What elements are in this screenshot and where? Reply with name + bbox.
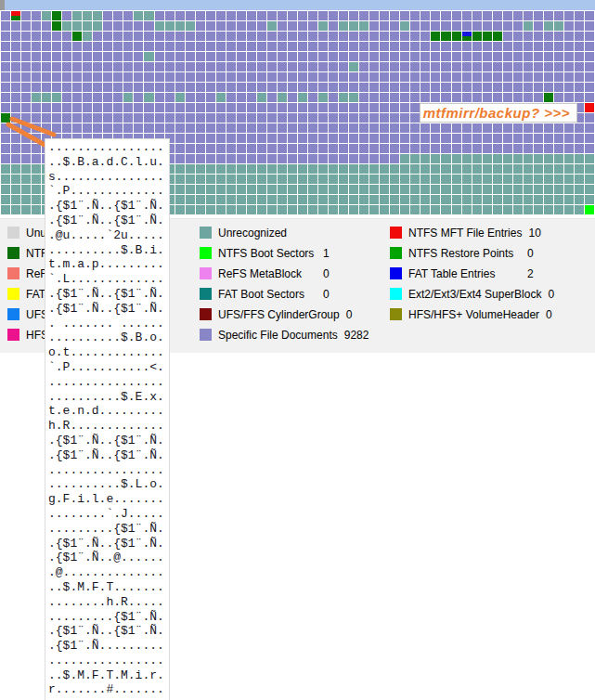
block-cell[interactable]	[369, 62, 379, 71]
block-cell[interactable]	[298, 205, 307, 214]
block-cell[interactable]	[575, 42, 584, 51]
block-cell[interactable]	[564, 42, 574, 51]
block-cell[interactable]	[339, 42, 348, 51]
block-cell[interactable]	[493, 21, 502, 31]
block-cell[interactable]	[339, 103, 348, 112]
block-cell[interactable]	[308, 52, 317, 61]
block-cell[interactable]	[544, 195, 553, 204]
block-cell[interactable]	[278, 144, 287, 153]
block-cell[interactable]	[216, 154, 226, 163]
block-cell[interactable]	[103, 83, 112, 92]
block-cell[interactable]	[226, 83, 236, 92]
block-cell[interactable]	[21, 195, 31, 204]
block-cell[interactable]	[544, 42, 553, 51]
block-cell[interactable]	[216, 11, 226, 20]
block-cell[interactable]	[339, 195, 348, 204]
block-cell[interactable]	[318, 134, 328, 143]
block-cell[interactable]	[339, 32, 348, 41]
block-cell[interactable]	[103, 11, 112, 20]
block-cell[interactable]	[318, 164, 328, 174]
block-cell[interactable]	[21, 164, 31, 174]
block-cell[interactable]	[400, 205, 409, 214]
block-cell[interactable]	[247, 113, 256, 123]
block-cell[interactable]	[237, 52, 246, 61]
block-cell[interactable]	[226, 164, 236, 174]
block-cell[interactable]	[441, 195, 450, 204]
block-cell[interactable]	[380, 205, 389, 214]
block-cell[interactable]	[318, 205, 328, 214]
block-cell[interactable]	[369, 205, 379, 214]
block-cell[interactable]	[441, 123, 450, 133]
block-cell[interactable]	[123, 123, 133, 133]
block-cell[interactable]	[52, 21, 61, 31]
block-cell[interactable]	[247, 134, 256, 143]
block-cell[interactable]	[452, 144, 461, 153]
block-cell[interactable]	[216, 164, 226, 174]
block-cell[interactable]	[278, 21, 287, 31]
block-cell[interactable]	[410, 185, 420, 194]
block-cell[interactable]	[237, 185, 246, 194]
block-cell[interactable]	[237, 32, 246, 41]
block-cell[interactable]	[524, 144, 533, 153]
block-cell[interactable]	[278, 32, 287, 41]
block-cell[interactable]	[103, 103, 112, 112]
block-cell[interactable]	[237, 205, 246, 214]
block-cell[interactable]	[52, 62, 61, 71]
block-cell[interactable]	[144, 83, 153, 92]
block-cell[interactable]	[72, 93, 82, 102]
block-cell[interactable]	[524, 134, 533, 143]
block-cell[interactable]	[359, 93, 369, 102]
block-cell[interactable]	[318, 185, 328, 194]
block-cell[interactable]	[503, 11, 512, 20]
block-cell[interactable]	[175, 144, 185, 153]
block-cell[interactable]	[493, 175, 502, 184]
block-cell[interactable]	[11, 52, 20, 61]
block-cell[interactable]	[400, 52, 409, 61]
block-cell[interactable]	[380, 83, 389, 92]
block-cell[interactable]	[196, 175, 205, 184]
block-cell[interactable]	[226, 113, 236, 123]
block-cell[interactable]	[226, 11, 236, 20]
block-cell[interactable]	[52, 93, 61, 102]
block-cell[interactable]	[410, 144, 420, 153]
block-cell[interactable]	[534, 205, 543, 214]
block-cell[interactable]	[390, 62, 399, 71]
block-cell[interactable]	[196, 134, 205, 143]
block-cell[interactable]	[226, 123, 236, 133]
block-cell[interactable]	[186, 42, 195, 51]
block-cell[interactable]	[288, 42, 297, 51]
block-cell[interactable]	[462, 154, 472, 163]
block-cell[interactable]	[196, 113, 205, 123]
block-cell[interactable]	[298, 164, 307, 174]
block-cell[interactable]	[52, 11, 61, 20]
block-cell[interactable]	[123, 11, 133, 20]
block-cell[interactable]	[349, 144, 358, 153]
block-cell[interactable]	[462, 93, 472, 102]
block-cell[interactable]	[483, 195, 492, 204]
block-cell[interactable]	[431, 11, 440, 20]
block-cell[interactable]	[369, 134, 379, 143]
block-cell[interactable]	[42, 32, 51, 41]
block-cell[interactable]	[585, 72, 594, 82]
block-cell[interactable]	[186, 52, 195, 61]
block-cell[interactable]	[72, 52, 82, 61]
block-cell[interactable]	[226, 134, 236, 143]
block-cell[interactable]	[420, 32, 430, 41]
block-cell[interactable]	[206, 72, 215, 82]
block-cell[interactable]	[186, 134, 195, 143]
block-cell[interactable]	[534, 164, 543, 174]
block-cell[interactable]	[503, 134, 512, 143]
block-cell[interactable]	[298, 11, 307, 20]
block-cell[interactable]	[483, 52, 492, 61]
block-cell[interactable]	[493, 134, 502, 143]
block-cell[interactable]	[524, 175, 533, 184]
block-cell[interactable]	[585, 164, 594, 174]
block-cell[interactable]	[175, 154, 185, 163]
block-cell[interactable]	[237, 103, 246, 112]
block-cell[interactable]	[339, 21, 348, 31]
block-cell[interactable]	[349, 195, 358, 204]
block-cell[interactable]	[410, 134, 420, 143]
block-cell[interactable]	[308, 103, 317, 112]
block-cell[interactable]	[585, 175, 594, 184]
block-cell[interactable]	[369, 93, 379, 102]
